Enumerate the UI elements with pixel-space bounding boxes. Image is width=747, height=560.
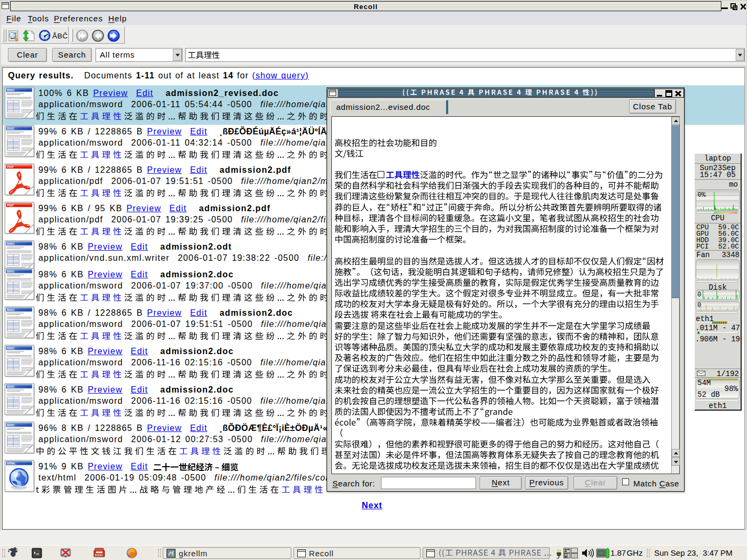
svg-text:ÅBĈ: ÅBĈ [52,32,68,40]
